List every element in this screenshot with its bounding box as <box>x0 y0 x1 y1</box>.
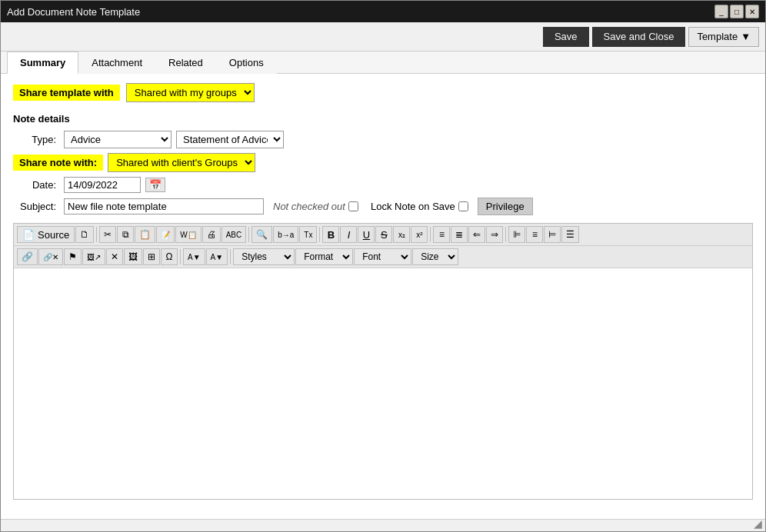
share-note-label: Share note with: <box>13 155 103 171</box>
tab-options[interactable]: Options <box>216 52 277 74</box>
copy-button[interactable]: ⧉ <box>117 226 134 243</box>
table-button[interactable]: ⊞ <box>143 248 160 265</box>
italic-button[interactable]: I <box>340 226 357 243</box>
format-select[interactable]: Format <box>295 248 353 265</box>
align-justify-button[interactable]: ☰ <box>561 226 579 243</box>
tab-related[interactable]: Related <box>155 52 216 74</box>
link-button[interactable]: 🔗 <box>17 248 38 265</box>
main-window: Add Document Note Template _ □ ✕ Save Sa… <box>0 0 766 532</box>
ordered-list-button[interactable]: ≡ <box>433 226 450 243</box>
close-button[interactable]: ✕ <box>745 5 759 18</box>
privilege-button[interactable]: Privilege <box>478 198 533 215</box>
type-select[interactable]: Advice General Meeting <box>64 131 172 148</box>
align-right-button[interactable]: ⊨ <box>544 226 561 243</box>
editor-container: 📄 Source 🗋 ✂ ⧉ 📋 📝 W📋 🖨 ABC 🔍 b→a Tx B I <box>13 223 753 500</box>
editor-toolbar-1: 📄 Source 🗋 ✂ ⧉ 📋 📝 W📋 🖨 ABC 🔍 b→a Tx B I <box>14 224 752 246</box>
save-close-button[interactable]: Save and Close <box>592 27 686 47</box>
separator-6 <box>180 249 181 264</box>
underline-button[interactable]: U <box>358 226 375 243</box>
decrease-indent-button[interactable]: ⇐ <box>468 226 485 243</box>
not-checked-out-label: Not checked out <box>273 201 358 212</box>
maximize-button[interactable]: □ <box>730 5 744 18</box>
find-replace-button[interactable]: b→a <box>273 226 298 243</box>
lock-note-checkbox[interactable] <box>458 201 468 211</box>
save-button[interactable]: Save <box>543 27 589 47</box>
not-checked-out-text: Not checked out <box>273 201 345 212</box>
bottom-scrollbar[interactable]: ◢ <box>1 519 765 531</box>
unlink-button[interactable]: 🔗✕ <box>38 248 63 265</box>
share-template-select[interactable]: Shared with my groups Private Shared wit… <box>126 83 255 102</box>
calendar-button[interactable]: 📅 <box>145 178 165 192</box>
separator-3 <box>319 227 320 242</box>
share-template-row: Share template with Shared with my group… <box>13 83 753 102</box>
separator-5 <box>505 227 506 242</box>
content-area: Share template with Shared with my group… <box>1 74 765 519</box>
template-label: Template <box>697 31 738 42</box>
anchor-button[interactable]: ⚑ <box>64 248 82 265</box>
find-button[interactable]: 🔍 <box>251 226 272 243</box>
font-select[interactable]: Font <box>354 248 411 265</box>
source-icon: 📄 <box>22 229 35 241</box>
not-checked-out-checkbox[interactable] <box>348 201 358 211</box>
template-button[interactable]: Template ▼ <box>688 27 759 47</box>
align-center-button[interactable]: ≡ <box>526 226 543 243</box>
share-template-label: Share template with <box>13 85 120 101</box>
window-controls: _ □ ✕ <box>714 5 759 18</box>
lock-note-label: Lock Note on Save <box>371 201 455 212</box>
separator-7 <box>230 249 231 264</box>
date-row: Date: 📅 <box>13 177 753 193</box>
editor-toolbar-2: 🔗 🔗✕ ⚑ 🖼↗ ✕ 🖼 ⊞ Ω A▼ A▼ Styles Format <box>14 246 752 268</box>
image-from-url-button[interactable]: 🖼↗ <box>82 248 105 265</box>
type-label: Type: <box>13 134 59 145</box>
bg-color-button[interactable]: A▼ <box>206 248 228 265</box>
subject-row: Subject: Not checked out Lock Note on Sa… <box>13 198 753 215</box>
source-button[interactable]: 📄 Source <box>17 226 75 243</box>
separator-1 <box>96 227 97 242</box>
unordered-list-button[interactable]: ≣ <box>451 226 468 243</box>
lock-note-row: Lock Note on Save <box>371 201 468 212</box>
window-title: Add Document Note Template <box>7 6 140 18</box>
tabs-bar: Summary Attachment Related Options <box>1 52 765 74</box>
new-page-button[interactable]: 🗋 <box>75 226 94 243</box>
strikethrough-button[interactable]: S <box>375 226 392 243</box>
text-color-button[interactable]: A▼ <box>183 248 205 265</box>
date-label: Date: <box>13 179 59 191</box>
top-toolbar: Save Save and Close Template ▼ <box>1 22 765 52</box>
note-details-label: Note details <box>13 113 753 125</box>
bold-button[interactable]: B <box>322 226 339 243</box>
resize-handle[interactable]: ◢ <box>754 517 762 530</box>
separator-4 <box>430 227 431 242</box>
editor-body[interactable] <box>14 268 752 499</box>
share-note-row: Share note with: Shared with client's Gr… <box>13 153 753 172</box>
superscript-button[interactable]: x² <box>411 226 428 243</box>
source-label: Source <box>38 229 69 241</box>
spellcheck-button[interactable]: ABC <box>221 226 247 243</box>
separator-2 <box>248 227 249 242</box>
subscript-button[interactable]: x₂ <box>393 226 410 243</box>
cut-button[interactable]: ✂ <box>99 226 116 243</box>
styles-select[interactable]: Styles <box>233 248 295 265</box>
title-bar: Add Document Note Template _ □ ✕ <box>1 1 765 22</box>
remove-format-button[interactable]: Tx <box>299 226 317 243</box>
image-button[interactable]: 🖼 <box>124 248 142 265</box>
statement-select[interactable]: Statement of Advice Other <box>176 131 284 148</box>
type-row: Type: Advice General Meeting Statement o… <box>13 131 753 148</box>
paste-word-button[interactable]: W📋 <box>175 226 201 243</box>
subject-label: Subject: <box>13 201 59 212</box>
remove-button[interactable]: ✕ <box>106 248 123 265</box>
minimize-button[interactable]: _ <box>714 5 728 18</box>
size-select[interactable]: Size <box>412 248 458 265</box>
paste-text-button[interactable]: 📝 <box>156 226 175 243</box>
tab-summary[interactable]: Summary <box>7 52 78 74</box>
share-note-select[interactable]: Shared with client's Groups Private <box>108 153 255 172</box>
print-button[interactable]: 🖨 <box>202 226 221 243</box>
date-input[interactable] <box>64 177 141 193</box>
subject-input[interactable] <box>64 198 264 214</box>
increase-indent-button[interactable]: ⇒ <box>486 226 503 243</box>
special-char-button[interactable]: Ω <box>161 248 178 265</box>
template-dropdown-icon: ▼ <box>741 31 751 42</box>
paste-button[interactable]: 📋 <box>135 226 155 243</box>
tab-attachment[interactable]: Attachment <box>78 52 155 74</box>
align-left-button[interactable]: ⊫ <box>508 226 525 243</box>
